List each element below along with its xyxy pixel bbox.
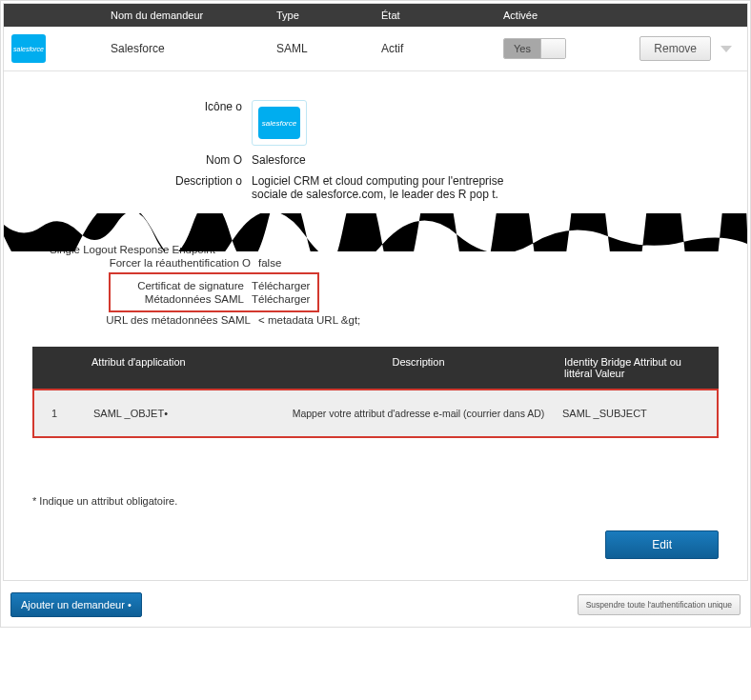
row-name: Salesforce	[111, 42, 276, 55]
attr-row-app: SAML _OBJET•	[93, 408, 274, 419]
torn-paper-divider	[4, 213, 747, 251]
description-label: Description o	[23, 174, 252, 188]
table-header: Nom du demandeur Type État Activée	[4, 4, 747, 27]
chevron-down-icon[interactable]	[721, 46, 732, 52]
signing-cert-label: Certificat de signature	[118, 280, 252, 291]
active-toggle[interactable]: Yes	[503, 38, 566, 59]
header-state: État	[381, 10, 503, 21]
description-value: Logiciel CRM et cloud computing pour l'e…	[252, 174, 538, 201]
details-panel: Icône o salesforce Nom O Salesforce Desc…	[4, 71, 747, 218]
table-row: 1 SAML _OBJET• Mapper votre attribut d'a…	[34, 390, 717, 436]
attr-row-highlight-box: 1 SAML _OBJET• Mapper votre attribut d'a…	[32, 389, 719, 438]
edit-button[interactable]: Edit	[605, 530, 719, 559]
row-state: Actif	[381, 42, 503, 55]
suspend-sso-button[interactable]: Suspendre toute l'authentification uniqu…	[578, 594, 741, 615]
header-name: Nom du demandeur	[111, 10, 276, 21]
name-value: Salesforce	[252, 153, 538, 167]
header-type: Type	[276, 10, 381, 21]
remove-button[interactable]: Remove	[639, 36, 711, 61]
attr-header-idb: Identity Bridge Attribut ou littéral Val…	[564, 356, 707, 379]
post-tear-panel: Single Logout Response Endpoint Forcer l…	[4, 244, 747, 337]
salesforce-logo-icon: salesforce	[258, 107, 300, 139]
bottom-toolbar: Ajouter un demandeur • Suspendre toute l…	[3, 581, 748, 625]
salesforce-logo-icon: salesforce	[11, 34, 46, 63]
download-highlight-box: Certificat de signature Télécharger Méta…	[109, 272, 319, 312]
icon-label: Icône o	[23, 100, 252, 113]
required-footnote: * Indique un attribut obligatoire.	[4, 457, 747, 530]
attr-row-idb: SAML _SUBJECT	[562, 408, 705, 419]
name-label: Nom O	[23, 153, 252, 167]
download-metadata-link[interactable]: Télécharger	[252, 293, 310, 305]
attribute-table-section: Attribut d'application Description Ident…	[4, 337, 747, 457]
attr-row-desc: Mapper votre attribut d'adresse e-mail (…	[274, 408, 562, 419]
row-type: SAML	[276, 42, 381, 55]
add-requester-button[interactable]: Ajouter un demandeur •	[10, 592, 142, 617]
toggle-knob	[540, 39, 565, 58]
attr-header-desc: Description	[273, 356, 564, 379]
reauth-label: Forcer la réauthentification O	[23, 257, 258, 269]
requester-row: salesforce Salesforce SAML Actif Yes Rem…	[4, 27, 747, 71]
metadata-url-label: URL des métadonnées SAML	[23, 314, 258, 326]
download-cert-link[interactable]: Télécharger	[252, 280, 310, 291]
attr-table-header: Attribut d'application Description Ident…	[32, 347, 719, 389]
app-icon-box: salesforce	[252, 100, 307, 146]
attr-header-app: Attribut d'application	[91, 356, 273, 379]
header-active: Activée	[503, 10, 599, 21]
metadata-url-value: < metadata URL &gt;	[258, 314, 360, 326]
reauth-value: false	[258, 257, 281, 269]
saml-metadata-label: Métadonnées SAML	[118, 293, 252, 305]
attr-row-num: 1	[46, 408, 93, 419]
toggle-yes-label: Yes	[504, 39, 540, 58]
